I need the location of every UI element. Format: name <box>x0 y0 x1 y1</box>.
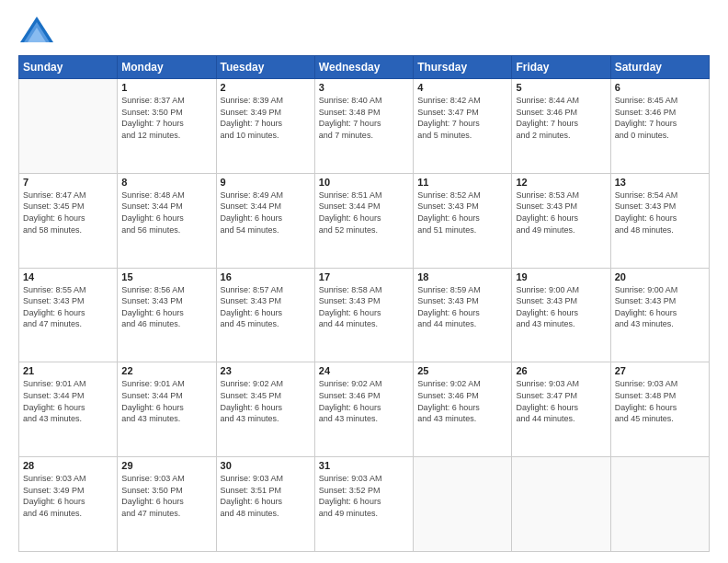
calendar-cell: 25Sunrise: 9:02 AM Sunset: 3:46 PM Dayli… <box>414 362 512 457</box>
calendar-cell: 27Sunrise: 9:03 AM Sunset: 3:48 PM Dayli… <box>610 362 709 457</box>
day-info: Sunrise: 8:51 AM Sunset: 3:44 PM Dayligh… <box>319 190 409 236</box>
calendar-cell: 12Sunrise: 8:53 AM Sunset: 3:43 PM Dayli… <box>512 173 610 268</box>
day-info: Sunrise: 9:03 AM Sunset: 3:51 PM Dayligh… <box>221 473 311 519</box>
day-info: Sunrise: 8:54 AM Sunset: 3:43 PM Dayligh… <box>615 190 705 236</box>
day-number: 19 <box>516 271 606 282</box>
day-info: Sunrise: 8:56 AM Sunset: 3:43 PM Dayligh… <box>121 284 211 330</box>
day-number: 11 <box>417 177 507 188</box>
calendar-table: SundayMondayTuesdayWednesdayThursdayFrid… <box>18 55 710 552</box>
calendar-cell: 23Sunrise: 9:02 AM Sunset: 3:45 PM Dayli… <box>216 362 314 457</box>
day-info: Sunrise: 8:58 AM Sunset: 3:43 PM Dayligh… <box>319 284 409 330</box>
col-header-monday: Monday <box>118 56 216 79</box>
day-number: 31 <box>319 460 409 471</box>
calendar-cell: 16Sunrise: 8:57 AM Sunset: 3:43 PM Dayli… <box>216 268 314 362</box>
col-header-wednesday: Wednesday <box>314 56 413 79</box>
day-number: 10 <box>319 177 409 188</box>
day-info: Sunrise: 8:59 AM Sunset: 3:43 PM Dayligh… <box>417 284 507 330</box>
day-info: Sunrise: 9:03 AM Sunset: 3:49 PM Dayligh… <box>23 473 113 519</box>
calendar-week-row: 21Sunrise: 9:01 AM Sunset: 3:44 PM Dayli… <box>19 362 710 457</box>
day-info: Sunrise: 8:55 AM Sunset: 3:43 PM Dayligh… <box>23 284 113 330</box>
day-number: 25 <box>417 365 507 376</box>
day-info: Sunrise: 8:52 AM Sunset: 3:43 PM Dayligh… <box>417 190 507 236</box>
calendar-cell: 18Sunrise: 8:59 AM Sunset: 3:43 PM Dayli… <box>414 268 512 362</box>
calendar-cell: 17Sunrise: 8:58 AM Sunset: 3:43 PM Dayli… <box>314 268 413 362</box>
day-info: Sunrise: 9:03 AM Sunset: 3:52 PM Dayligh… <box>319 473 409 519</box>
day-number: 23 <box>221 365 311 376</box>
calendar-cell <box>610 457 709 552</box>
day-number: 8 <box>121 177 211 188</box>
day-info: Sunrise: 9:00 AM Sunset: 3:43 PM Dayligh… <box>516 284 606 330</box>
calendar-cell: 8Sunrise: 8:48 AM Sunset: 3:44 PM Daylig… <box>118 173 216 268</box>
calendar-cell: 22Sunrise: 9:01 AM Sunset: 3:44 PM Dayli… <box>118 362 216 457</box>
day-info: Sunrise: 8:49 AM Sunset: 3:44 PM Dayligh… <box>221 190 311 236</box>
day-number: 2 <box>221 82 311 93</box>
calendar-week-row: 1Sunrise: 8:37 AM Sunset: 3:50 PM Daylig… <box>19 79 710 174</box>
day-number: 27 <box>615 365 705 376</box>
day-number: 22 <box>121 365 211 376</box>
calendar-cell: 30Sunrise: 9:03 AM Sunset: 3:51 PM Dayli… <box>216 457 314 552</box>
calendar-cell: 28Sunrise: 9:03 AM Sunset: 3:49 PM Dayli… <box>19 457 118 552</box>
day-number: 15 <box>121 271 211 282</box>
calendar-cell: 9Sunrise: 8:49 AM Sunset: 3:44 PM Daylig… <box>216 173 314 268</box>
day-number: 14 <box>23 271 113 282</box>
day-info: Sunrise: 9:00 AM Sunset: 3:43 PM Dayligh… <box>615 284 705 330</box>
calendar-cell: 6Sunrise: 8:45 AM Sunset: 3:46 PM Daylig… <box>610 79 709 174</box>
calendar-cell <box>19 79 118 174</box>
day-number: 26 <box>516 365 606 376</box>
page: SundayMondayTuesdayWednesdayThursdayFrid… <box>0 0 728 563</box>
calendar-cell: 26Sunrise: 9:03 AM Sunset: 3:47 PM Dayli… <box>512 362 610 457</box>
day-info: Sunrise: 8:48 AM Sunset: 3:44 PM Dayligh… <box>121 190 211 236</box>
day-number: 7 <box>23 177 113 188</box>
day-number: 18 <box>417 271 507 282</box>
day-number: 13 <box>615 177 705 188</box>
day-info: Sunrise: 9:02 AM Sunset: 3:46 PM Dayligh… <box>417 378 507 424</box>
day-info: Sunrise: 8:42 AM Sunset: 3:47 PM Dayligh… <box>417 95 507 141</box>
calendar-cell: 11Sunrise: 8:52 AM Sunset: 3:43 PM Dayli… <box>414 173 512 268</box>
day-number: 17 <box>319 271 409 282</box>
calendar-cell: 10Sunrise: 8:51 AM Sunset: 3:44 PM Dayli… <box>314 173 413 268</box>
day-number: 30 <box>221 460 311 471</box>
calendar-cell: 21Sunrise: 9:01 AM Sunset: 3:44 PM Dayli… <box>19 362 118 457</box>
day-info: Sunrise: 9:01 AM Sunset: 3:44 PM Dayligh… <box>121 378 211 424</box>
day-info: Sunrise: 8:40 AM Sunset: 3:48 PM Dayligh… <box>319 95 409 141</box>
day-info: Sunrise: 9:01 AM Sunset: 3:44 PM Dayligh… <box>23 378 113 424</box>
calendar-cell: 20Sunrise: 9:00 AM Sunset: 3:43 PM Dayli… <box>610 268 709 362</box>
logo-icon <box>18 15 55 48</box>
day-number: 5 <box>516 82 606 93</box>
day-info: Sunrise: 9:02 AM Sunset: 3:46 PM Dayligh… <box>319 378 409 424</box>
day-number: 29 <box>121 460 211 471</box>
day-info: Sunrise: 9:02 AM Sunset: 3:45 PM Dayligh… <box>221 378 311 424</box>
col-header-tuesday: Tuesday <box>216 56 314 79</box>
day-number: 1 <box>121 82 211 93</box>
day-number: 28 <box>23 460 113 471</box>
calendar-cell: 31Sunrise: 9:03 AM Sunset: 3:52 PM Dayli… <box>314 457 413 552</box>
col-header-thursday: Thursday <box>414 56 512 79</box>
day-info: Sunrise: 9:03 AM Sunset: 3:47 PM Dayligh… <box>516 378 606 424</box>
calendar-cell: 29Sunrise: 9:03 AM Sunset: 3:50 PM Dayli… <box>118 457 216 552</box>
day-info: Sunrise: 9:03 AM Sunset: 3:48 PM Dayligh… <box>615 378 705 424</box>
day-info: Sunrise: 8:47 AM Sunset: 3:45 PM Dayligh… <box>23 190 113 236</box>
day-info: Sunrise: 8:37 AM Sunset: 3:50 PM Dayligh… <box>121 95 211 141</box>
calendar-cell <box>414 457 512 552</box>
calendar-week-row: 28Sunrise: 9:03 AM Sunset: 3:49 PM Dayli… <box>19 457 710 552</box>
calendar-cell: 13Sunrise: 8:54 AM Sunset: 3:43 PM Dayli… <box>610 173 709 268</box>
calendar-cell: 19Sunrise: 9:00 AM Sunset: 3:43 PM Dayli… <box>512 268 610 362</box>
calendar-cell: 14Sunrise: 8:55 AM Sunset: 3:43 PM Dayli… <box>19 268 118 362</box>
col-header-friday: Friday <box>512 56 610 79</box>
calendar-cell: 24Sunrise: 9:02 AM Sunset: 3:46 PM Dayli… <box>314 362 413 457</box>
day-number: 4 <box>417 82 507 93</box>
logo <box>18 15 59 48</box>
calendar-cell: 3Sunrise: 8:40 AM Sunset: 3:48 PM Daylig… <box>314 79 413 174</box>
calendar-week-row: 14Sunrise: 8:55 AM Sunset: 3:43 PM Dayli… <box>19 268 710 362</box>
day-info: Sunrise: 9:03 AM Sunset: 3:50 PM Dayligh… <box>121 473 211 519</box>
calendar-cell <box>512 457 610 552</box>
calendar-cell: 1Sunrise: 8:37 AM Sunset: 3:50 PM Daylig… <box>118 79 216 174</box>
day-info: Sunrise: 8:53 AM Sunset: 3:43 PM Dayligh… <box>516 190 606 236</box>
day-info: Sunrise: 8:44 AM Sunset: 3:46 PM Dayligh… <box>516 95 606 141</box>
day-number: 20 <box>615 271 705 282</box>
header <box>18 15 710 48</box>
calendar-header-row: SundayMondayTuesdayWednesdayThursdayFrid… <box>19 56 710 79</box>
calendar-week-row: 7Sunrise: 8:47 AM Sunset: 3:45 PM Daylig… <box>19 173 710 268</box>
day-info: Sunrise: 8:45 AM Sunset: 3:46 PM Dayligh… <box>615 95 705 141</box>
day-info: Sunrise: 8:57 AM Sunset: 3:43 PM Dayligh… <box>221 284 311 330</box>
